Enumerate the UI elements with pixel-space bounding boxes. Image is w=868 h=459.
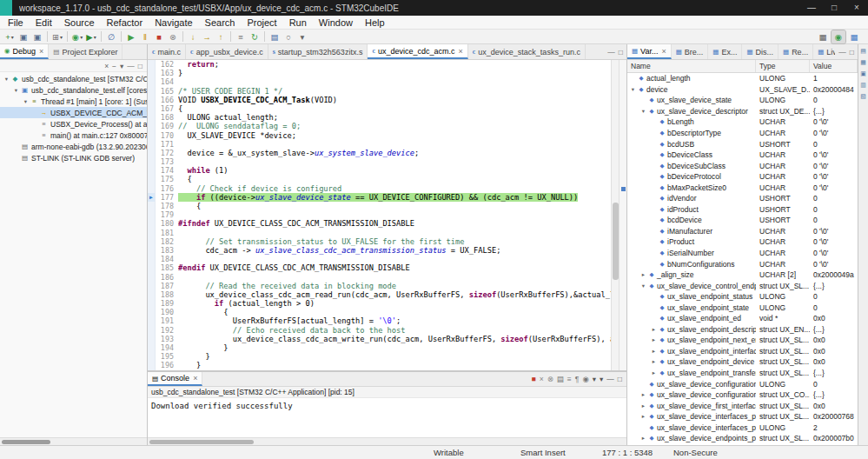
variable-row[interactable]: ▸◆ux_slave_device_first_interfacestruct …: [627, 400, 858, 411]
line-number[interactable]: 178: [156, 202, 178, 210]
editor-tab-app-usbx-device-c[interactable]: capp_usbx_device.c: [186, 44, 268, 59]
instruction-pointer-marker[interactable]: [148, 131, 156, 140]
code-line-189[interactable]: 189 if (actual_length > 0): [148, 299, 611, 308]
code-line-181[interactable]: 181: [148, 229, 611, 237]
instruction-pointer-marker[interactable]: [148, 273, 156, 282]
code-line-193[interactable]: 193 ux_device_class_cdc_acm_write_run(cd…: [148, 335, 611, 343]
line-number[interactable]: 191: [156, 316, 178, 325]
variable-row[interactable]: ◆bMaxPacketSize0UCHAR0 '\0': [627, 182, 858, 193]
menu-run[interactable]: Run: [283, 17, 313, 28]
instruction-pointer-marker[interactable]: [148, 299, 156, 308]
variable-row[interactable]: ▾◆deviceUX_SLAVE_D...0x20000484: [627, 84, 858, 96]
expand-arrow-icon[interactable]: ▸: [639, 391, 647, 398]
line-number[interactable]: 194: [156, 343, 178, 352]
menu-navigate[interactable]: Navigate: [149, 17, 198, 28]
variable-value[interactable]: {...}: [810, 282, 858, 290]
expand-arrow-icon[interactable]: ▾: [639, 108, 647, 115]
variable-row[interactable]: ▸◆ux_slave_device_endpoints_poolstruct U…: [627, 433, 858, 444]
instruction-pointer-marker[interactable]: [148, 69, 156, 77]
code-editor[interactable]: 162 return;163}164165/* USER CODE BEGIN …: [148, 60, 626, 370]
editor-tab-ux-device-cdc-acm-c[interactable]: cux_device_cdc_acm.c×: [368, 44, 467, 59]
editor-tab-main-c[interactable]: cmain.c: [148, 44, 186, 59]
instruction-pointer-marker[interactable]: [148, 282, 156, 290]
view-tab-debug[interactable]: ◉Debug×: [0, 44, 49, 59]
pin-console-button[interactable]: ◉: [582, 375, 588, 383]
code-line-171[interactable]: 171: [148, 140, 611, 149]
line-number[interactable]: 179: [156, 210, 178, 219]
code-line-186[interactable]: 186: [148, 273, 611, 282]
variable-row[interactable]: ◆ux_slave_device_stateULONG0: [627, 95, 858, 106]
scrollbar-thumb[interactable]: [613, 203, 619, 280]
line-number[interactable]: 177: [156, 193, 178, 202]
view-tab-project-explorer[interactable]: ▤Project Explorer: [49, 44, 123, 59]
search-button[interactable]: ○: [282, 30, 295, 43]
variable-value[interactable]: 0: [810, 96, 858, 104]
menu-help[interactable]: Help: [359, 17, 391, 28]
new-wizard-button[interactable]: +▾: [3, 30, 17, 43]
variable-value[interactable]: 0x0: [810, 314, 858, 323]
minimized-view-icon[interactable]: ▦: [860, 59, 866, 66]
expand-arrow-icon[interactable]: ▾: [22, 98, 30, 105]
editor-tab-ux-device-stack-tasks-run-c[interactable]: cux_device_stack_tasks_run.c: [468, 44, 586, 59]
variable-row[interactable]: ▸◆ux_slave_endpoint_transfer_requeststru…: [627, 368, 858, 379]
code-line-190[interactable]: 190 {: [148, 308, 611, 316]
run-button[interactable]: ▶▾: [84, 30, 98, 43]
variable-row[interactable]: ▸◆ux_slave_endpoint_descriptorstruct UX_…: [627, 324, 858, 336]
column-header-name[interactable]: Name: [627, 60, 756, 72]
code-line-165[interactable]: 165/* USER CODE BEGIN 1 */: [148, 87, 611, 96]
close-icon[interactable]: ×: [661, 47, 666, 56]
variable-row[interactable]: ▸◆ux_slave_endpoint_next_endpointstruct …: [627, 335, 858, 346]
variable-value[interactable]: 0: [810, 140, 858, 149]
open-console-button[interactable]: ▾: [600, 375, 603, 383]
line-number[interactable]: 175: [156, 175, 178, 183]
instruction-pointer-marker[interactable]: [148, 104, 156, 113]
variable-value[interactable]: 0x0: [810, 402, 858, 410]
minimized-view-icon[interactable]: ▥: [860, 82, 866, 89]
variable-value[interactable]: 0 '\0': [810, 227, 858, 236]
instruction-pointer-marker[interactable]: [148, 77, 156, 86]
line-number[interactable]: 169: [156, 122, 178, 130]
close-icon[interactable]: ×: [459, 47, 463, 56]
minimize-view-button[interactable]: —: [127, 62, 135, 70]
code-line-178[interactable]: 178 {: [148, 202, 611, 210]
view-tab-re[interactable]: ▦Re...: [779, 44, 813, 59]
build-button[interactable]: ⊞▾: [50, 30, 64, 43]
variable-row[interactable]: ◆bNumConfigurationsUCHAR0 '\0': [627, 258, 858, 269]
variable-value[interactable]: 0: [810, 205, 858, 214]
column-header-type[interactable]: Type: [756, 60, 810, 72]
line-number[interactable]: 182: [156, 237, 178, 246]
terminate-console-button[interactable]: ■: [532, 375, 536, 383]
instruction-pointer-marker[interactable]: [148, 237, 156, 246]
debug-tree-item[interactable]: ≡main() at main.c:127 0x80007f2: [0, 130, 147, 141]
line-number[interactable]: 165: [156, 87, 178, 96]
variable-value[interactable]: 0x0: [810, 347, 858, 356]
line-number[interactable]: 189: [156, 299, 178, 308]
variable-value[interactable]: {...}: [810, 369, 858, 377]
variable-value[interactable]: 0 '\0': [810, 162, 858, 170]
menu-refactor[interactable]: Refactor: [101, 17, 149, 28]
code-line-195[interactable]: 195 }: [148, 352, 611, 361]
variable-row[interactable]: ◆bDeviceClassUCHAR0 '\0': [627, 150, 858, 161]
remove-all-launches-button[interactable]: ⊗: [547, 375, 553, 383]
line-number[interactable]: 184: [156, 255, 178, 263]
expand-arrow-icon[interactable]: ▸: [639, 402, 647, 409]
instruction-pointer-marker[interactable]: [148, 113, 156, 122]
instruction-pointer-marker[interactable]: [148, 246, 156, 255]
instruction-pointer-marker[interactable]: [148, 96, 156, 104]
instruction-pointer-marker[interactable]: [148, 326, 156, 335]
variable-row[interactable]: ▸◆ux_slave_device_configurationstruct UX…: [627, 389, 858, 401]
column-header-value[interactable]: Value: [810, 60, 858, 72]
console-output[interactable]: Download verified successfully: [148, 398, 626, 437]
variable-row[interactable]: ◆bLengthUCHAR0 '\0': [627, 116, 858, 128]
disconnect-button[interactable]: ⊗: [166, 30, 180, 43]
step-into-button[interactable]: ↓: [186, 30, 200, 43]
line-number[interactable]: 190: [156, 308, 178, 316]
variable-value[interactable]: 1: [810, 74, 858, 83]
variable-value[interactable]: 0x20000768: [810, 412, 858, 421]
line-number[interactable]: 195: [156, 352, 178, 361]
instruction-pointer-marker[interactable]: [148, 122, 156, 130]
close-window-button[interactable]: ×: [845, 0, 868, 16]
variable-value[interactable]: 0 '\0': [810, 172, 858, 181]
variable-value[interactable]: 0: [810, 303, 858, 312]
skip-all-breakpoints-button[interactable]: ∅: [104, 30, 118, 43]
